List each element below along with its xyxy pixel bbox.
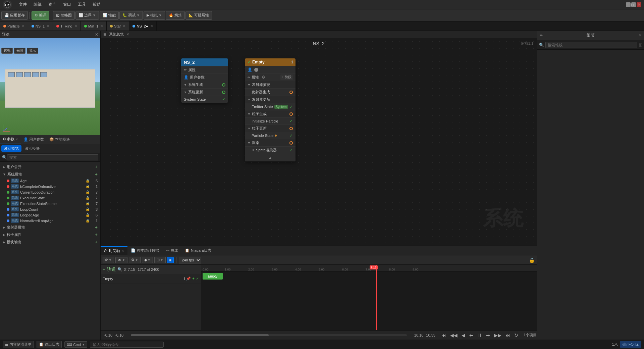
menu-file[interactable]: 文件 bbox=[16, 1, 30, 8]
user-open-add-btn[interactable]: + bbox=[95, 164, 98, 169]
tl-align-dropdown[interactable]: ▼ bbox=[160, 258, 163, 262]
tl-lock-icon[interactable]: 🔒 bbox=[529, 257, 535, 263]
empty-particle-update-connector[interactable] bbox=[289, 127, 293, 130]
tab-close-star[interactable]: ✕ bbox=[123, 24, 125, 28]
bake-button[interactable]: 🔥 烘焙 bbox=[166, 11, 185, 20]
pb-loop-btn[interactable]: ↻ bbox=[513, 332, 520, 339]
empty-render-connector[interactable] bbox=[289, 141, 293, 145]
tl-transform-btn[interactable]: ⟳ ▼ bbox=[103, 257, 114, 263]
tab-close-mat1[interactable]: ✕ bbox=[100, 24, 103, 28]
save-button[interactable]: 💾 应用暂存 bbox=[1, 11, 28, 20]
tl-view-dropdown[interactable]: ▼ bbox=[122, 258, 125, 262]
tab-close-ns2[interactable]: ✕ bbox=[150, 24, 153, 28]
track-active-icon[interactable]: ✦ bbox=[192, 277, 195, 281]
empty-info-icon[interactable]: ℹ bbox=[291, 60, 293, 64]
track-add-btn[interactable]: + 轨道 bbox=[103, 266, 116, 272]
user-open-expand-icon[interactable]: ▶ bbox=[3, 165, 5, 169]
ns2-node[interactable]: NS_2 ✏ 属性 👤 用户参数 ▼ 系统生成 bbox=[181, 58, 228, 103]
pb-skip-end-btn[interactable]: ⏭ bbox=[504, 332, 512, 339]
module-output-add-btn[interactable]: + bbox=[95, 239, 98, 245]
activate-overview-tab[interactable]: 激活概览 bbox=[1, 145, 21, 152]
empty-expand-particle-update[interactable]: ▼ bbox=[248, 127, 251, 130]
empty-expand-particle-spawn[interactable]: ▼ bbox=[248, 112, 251, 116]
empty-attrs-row[interactable]: ✏ 属性 ⚙ + 阶段 bbox=[245, 73, 296, 81]
pb-pause-btn[interactable]: ⏸ bbox=[476, 332, 483, 339]
empty-expand-emitter-update[interactable]: ▼ bbox=[248, 98, 251, 101]
tab-close-particle[interactable]: ✕ bbox=[22, 24, 24, 28]
track-search-btn[interactable]: 🔍 bbox=[117, 267, 122, 272]
emitter-attrs-add-btn[interactable]: + bbox=[95, 225, 98, 230]
bottom-tab-niagara-log[interactable]: 📋 Niagara日志 bbox=[181, 246, 215, 255]
menu-assets[interactable]: 资产 bbox=[46, 1, 59, 8]
pb-prev-frame-btn[interactable]: ◀◀ bbox=[449, 332, 459, 339]
performance-button[interactable]: 📊 性能 bbox=[100, 11, 119, 20]
empty-emitter-state-row[interactable]: Emitter State System ✓ bbox=[245, 103, 296, 110]
scalability-button[interactable]: 📐 可延展性 bbox=[185, 11, 212, 20]
debug-button[interactable]: 🐛 调试 ▼ bbox=[119, 11, 143, 20]
module-output-expand-icon[interactable]: ▶ bbox=[3, 240, 5, 244]
timeline-canvas[interactable]: 0:00 1:00 2:00 3:00 4:00 5:00 6:00 7:00 … bbox=[201, 265, 537, 330]
menu-help[interactable]: 帮助 bbox=[90, 1, 103, 8]
tab-ns2[interactable]: NS_2● ✕ bbox=[129, 21, 156, 31]
track-empty-item[interactable]: Empty ℹ 📌 ✦ ✓ bbox=[101, 274, 201, 284]
tl-snap-btn[interactable]: ◆ ▼ bbox=[142, 257, 153, 263]
empty-init-particle-row[interactable]: Initialize Particle ✓ bbox=[245, 117, 296, 124]
timeline-tab-close[interactable]: ✕ bbox=[121, 249, 124, 253]
pb-step-back-small-btn[interactable]: ⬅ bbox=[468, 332, 475, 339]
thumbnail-button[interactable]: 🖼 缩略图 bbox=[53, 11, 75, 20]
particle-attrs-expand-icon[interactable]: ▶ bbox=[3, 233, 5, 237]
tab-ns1[interactable]: NS_1 ✕ bbox=[28, 21, 53, 31]
empty-particle-spawn-connector[interactable] bbox=[289, 112, 293, 116]
track-info-icon[interactable]: ℹ bbox=[184, 277, 185, 281]
border-dropdown-icon[interactable]: ▼ bbox=[93, 13, 96, 17]
bottom-tab-timeline[interactable]: ⏱ 时间轴 ✕ bbox=[101, 246, 127, 255]
window-minimize[interactable]: — bbox=[626, 2, 631, 7]
fps-select[interactable]: 240 fps bbox=[179, 257, 201, 263]
tl-scrubber[interactable] bbox=[131, 334, 407, 336]
right-panel-close[interactable]: ✕ bbox=[639, 34, 641, 37]
empty-emitter-spawn-row[interactable]: 发射器生成 bbox=[245, 88, 296, 96]
empty-emitter-spawn-connector[interactable] bbox=[289, 91, 293, 94]
pb-step-back-btn[interactable]: ◀ bbox=[460, 332, 467, 339]
select-view-btn[interactable]: 选视 bbox=[1, 48, 13, 54]
right-search-input[interactable] bbox=[545, 42, 637, 48]
empty-stage-btn[interactable]: + 阶段 bbox=[280, 74, 293, 80]
activate-module-tab[interactable]: 激活模块 bbox=[22, 145, 42, 152]
tl-snap-dropdown[interactable]: ▼ bbox=[148, 258, 151, 262]
ns2-row-userparams[interactable]: 👤 用户参数 bbox=[181, 73, 228, 81]
params-close[interactable]: ✕ bbox=[15, 138, 18, 141]
tab-mat1[interactable]: Mat_1 ✕ bbox=[81, 21, 107, 31]
bottom-tab-script[interactable]: 📄 脚本统计数据 bbox=[127, 246, 162, 255]
pb-skip-start-btn[interactable]: ⏮ bbox=[440, 332, 447, 339]
tl-playhead[interactable]: 7.15 bbox=[376, 265, 377, 330]
system-attrs-add-btn[interactable]: + bbox=[95, 171, 98, 177]
params-tab-user[interactable]: 👤 用户参数 bbox=[21, 135, 47, 144]
empty-node[interactable]: ✓ Empty ℹ 👤 ✏ 属性 ⚙ + 阶段 bbox=[245, 58, 296, 161]
tl-transform-dropdown[interactable]: ▼ bbox=[109, 258, 112, 262]
tab-close-ns1[interactable]: ✕ bbox=[47, 24, 49, 28]
tl-options-dropdown[interactable]: ▼ bbox=[135, 258, 138, 262]
system-overview-close[interactable]: ✕ bbox=[126, 33, 129, 36]
lighting-btn[interactable]: 光照 bbox=[14, 48, 25, 54]
debug-dropdown-icon[interactable]: ▼ bbox=[137, 13, 140, 17]
menu-edit[interactable]: 编辑 bbox=[31, 1, 44, 8]
tl-clip-empty[interactable]: Empty bbox=[203, 273, 223, 280]
display-btn[interactable]: 显示 bbox=[27, 48, 38, 54]
content-sidebar-btn[interactable]: ☰ 内容侧滑菜单 bbox=[3, 341, 34, 348]
tl-view-btn[interactable]: 👁 ▼ bbox=[115, 257, 127, 263]
tab-star[interactable]: Star ✕ bbox=[107, 21, 129, 31]
tab-close-tring[interactable]: ✕ bbox=[74, 24, 77, 28]
empty-particle-state-row[interactable]: Particle State ✓ bbox=[245, 132, 296, 139]
ns2-row-sysstate[interactable]: System State ✓ bbox=[181, 96, 228, 103]
empty-collapse-arrow[interactable]: ▲ bbox=[245, 154, 296, 161]
window-maximize[interactable]: □ bbox=[631, 2, 636, 7]
particle-attrs-add-btn[interactable]: + bbox=[95, 232, 98, 237]
pb-next-frame-btn[interactable]: ▶▶ bbox=[493, 332, 503, 339]
bottom-tab-curves[interactable]: 〰 曲线 bbox=[162, 246, 181, 255]
tl-align-btn[interactable]: ⊞ ▼ bbox=[154, 257, 166, 263]
cmd-dropdown[interactable]: ▼ bbox=[82, 343, 85, 346]
tl-active-btn[interactable]: ■ bbox=[167, 257, 174, 263]
empty-sprite-renderer-row[interactable]: ✦ Sprite渲染器 ✓ bbox=[245, 146, 296, 154]
menu-window[interactable]: 窗口 bbox=[60, 1, 74, 8]
empty-expand-render[interactable]: ▼ bbox=[248, 141, 251, 145]
